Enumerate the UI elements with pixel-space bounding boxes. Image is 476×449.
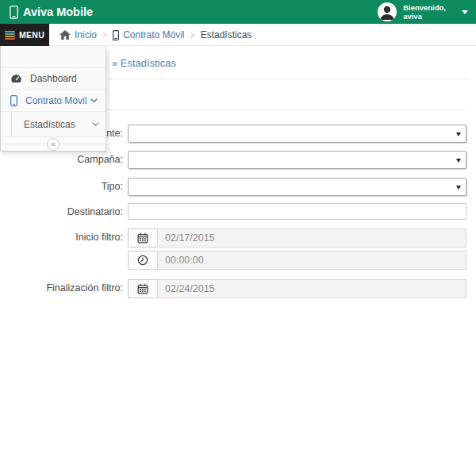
breadcrumb: Inicio > Contrato Móvil > Estadísticas <box>60 24 251 46</box>
brand: Aviva Mobile <box>10 0 93 24</box>
breadcrumb-home-label: Inicio <box>75 29 97 40</box>
menu-button[interactable]: MENU <box>0 24 49 46</box>
campana-label: Campaña: <box>0 154 123 165</box>
calendar-icon[interactable] <box>128 228 158 248</box>
navbar: MENU Inicio > Contrato Móvil > Estadísti… <box>0 24 476 46</box>
destinatario-label: Destinatario: <box>0 206 123 217</box>
tipo-select[interactable] <box>128 178 466 196</box>
breadcrumb-separator: > <box>102 30 107 40</box>
chevron-down-icon <box>92 122 99 127</box>
dashboard-gauge-icon <box>10 74 22 84</box>
sidebar-item-estadisticas[interactable]: Estadísticas <box>11 112 106 136</box>
sidebar-item-contrato-movil[interactable]: Contrato Móvil <box>1 89 106 111</box>
destinatario-input[interactable] <box>128 203 466 220</box>
sidebar-item-label: Dashboard <box>30 73 77 84</box>
finalizacion-date-input[interactable]: 02/24/2015 <box>157 279 466 298</box>
chevron-down-icon <box>90 98 98 103</box>
user-avatar[interactable] <box>378 2 397 21</box>
sidebar-subitem-row: Estadísticas <box>1 111 106 136</box>
breadcrumb-current: Estadísticas <box>201 29 252 40</box>
mobile-icon <box>113 30 119 40</box>
home-icon <box>60 30 71 40</box>
cliente-select-value <box>129 125 466 128</box>
select-arrow-icon <box>456 159 461 163</box>
select-arrow-icon <box>456 132 461 136</box>
menu-dropdown-panel: Dashboard Contrato Móvil Estadísticas « <box>0 46 106 152</box>
inicio-date-input[interactable]: 02/17/2015 <box>157 228 466 248</box>
menu-button-label: MENU <box>19 30 44 40</box>
top-header-bar: Aviva Mobile Bienvenido, aviva <box>0 0 476 24</box>
calendar-icon[interactable] <box>128 279 158 298</box>
cliente-select[interactable] <box>128 125 466 143</box>
sidebar-item-label: Contrato Móvil <box>25 95 86 106</box>
inicio-time-input[interactable]: 00:00:00 <box>157 251 466 270</box>
brand-title: Aviva Mobile <box>23 6 93 18</box>
breadcrumb-section-label: Contrato Móvil <box>123 29 184 40</box>
sidebar-subitem-label: Estadísticas <box>24 119 75 130</box>
breadcrumb-separator: > <box>190 30 195 40</box>
mobile-logo-icon <box>10 6 18 19</box>
campana-select[interactable] <box>128 151 466 169</box>
tipo-select-value <box>129 178 466 181</box>
welcome-text: Bienvenido, aviva <box>403 3 446 21</box>
user-menu[interactable]: Bienvenido, aviva <box>378 0 468 24</box>
mobile-icon <box>10 95 17 106</box>
tipo-label: Tipo: <box>0 181 123 192</box>
welcome-line2: aviva <box>403 12 446 21</box>
collapse-menu-button[interactable]: « <box>47 138 60 151</box>
user-caret-down-icon[interactable] <box>462 10 468 14</box>
breadcrumb-home-link[interactable]: Inicio <box>60 29 97 40</box>
menu-panel-footer: « <box>1 136 106 151</box>
menu-panel-spacer <box>1 46 106 67</box>
select-arrow-icon <box>456 186 461 190</box>
page-title: » Estadísticas <box>112 57 176 69</box>
welcome-line1: Bienvenido, <box>403 3 446 12</box>
inicio-filtro-label: Inicio filtro: <box>0 232 123 243</box>
finalizacion-filtro-label: Finalización filtro: <box>0 282 123 294</box>
hamburger-icon <box>5 31 15 40</box>
sidebar-item-dashboard[interactable]: Dashboard <box>1 67 106 89</box>
clock-icon[interactable] <box>128 251 158 270</box>
breadcrumb-section-link[interactable]: Contrato Móvil <box>113 29 184 40</box>
campana-select-value <box>129 152 466 154</box>
